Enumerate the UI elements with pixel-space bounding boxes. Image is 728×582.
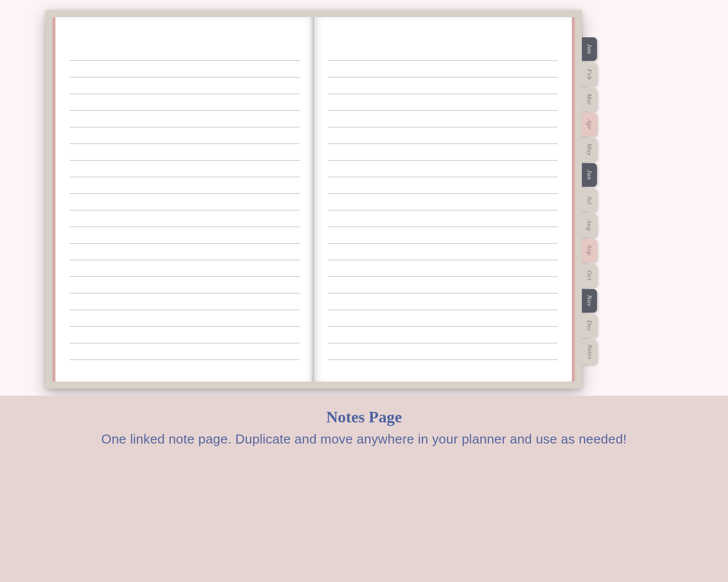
tab-label: Feb (585, 69, 593, 80)
planner-binding (52, 17, 575, 382)
caption-subtitle: One linked note page. Duplicate and move… (101, 431, 627, 447)
ruled-line (328, 294, 558, 310)
ruled-line (70, 44, 300, 61)
tab-feb[interactable]: Feb (582, 62, 597, 86)
ruled-line (70, 177, 300, 194)
ruled-line (328, 194, 558, 210)
ruled-line (328, 94, 558, 111)
ruled-line (328, 260, 558, 277)
ruled-line (70, 127, 300, 144)
ruled-line (328, 161, 558, 177)
ruled-line (70, 111, 300, 127)
tab-label: Oct (585, 270, 593, 280)
ruled-line (70, 227, 300, 244)
caption-panel: Notes Page One linked note page. Duplica… (0, 396, 728, 582)
tab-label: Jun (585, 170, 593, 180)
tab-may[interactable]: May (582, 138, 597, 162)
tab-label: Apr (585, 119, 593, 130)
tab-aug[interactable]: Aug (582, 213, 597, 237)
tab-jan[interactable]: Jan (582, 37, 597, 61)
month-tabs: JanFebMarAprMayJunJulAugSepOctNovDecNote… (582, 37, 597, 365)
tab-label: Dec (585, 320, 593, 331)
ruled-lines-left (70, 44, 300, 361)
tab-label: Mar (585, 94, 593, 106)
tab-label: Aug (585, 220, 593, 231)
ruled-line (328, 277, 558, 294)
tab-label: Nov (585, 295, 593, 306)
ruled-line (70, 327, 300, 343)
ruled-line (328, 210, 558, 227)
tab-label: Notes (586, 344, 593, 359)
notes-page-right[interactable] (314, 17, 572, 382)
ruled-line (70, 343, 300, 360)
ruled-line (70, 78, 300, 94)
tab-label: Sep (585, 245, 593, 255)
tab-label: May (585, 143, 593, 156)
tab-notes[interactable]: Notes (582, 339, 597, 365)
ruled-line (328, 78, 558, 94)
ruled-line (328, 244, 558, 260)
ruled-line (70, 210, 300, 227)
ruled-line (328, 310, 558, 327)
planner-pages (55, 17, 572, 382)
tab-apr[interactable]: Apr (582, 113, 597, 136)
ruled-lines-right (328, 44, 558, 361)
tab-label: Jan (585, 44, 593, 54)
ruled-line (70, 94, 300, 111)
caption-title: Notes Page (326, 408, 402, 426)
ruled-line (328, 327, 558, 343)
ruled-line (70, 310, 300, 327)
ruled-line (70, 277, 300, 294)
tab-label: Jul (585, 196, 593, 204)
ruled-line (70, 260, 300, 277)
ruled-line (328, 111, 558, 127)
ruled-line (328, 144, 558, 161)
ruled-line (328, 61, 558, 78)
tab-jul[interactable]: Jul (582, 188, 597, 212)
notes-page-left[interactable] (55, 17, 314, 382)
ruled-line (328, 127, 558, 144)
planner-frame (45, 10, 582, 389)
ruled-line (328, 44, 558, 61)
ruled-line (70, 161, 300, 177)
ruled-line (70, 144, 300, 161)
tab-jun[interactable]: Jun (582, 163, 597, 187)
ruled-line (328, 177, 558, 194)
ruled-line (70, 194, 300, 210)
ruled-line (328, 227, 558, 244)
tab-dec[interactable]: Dec (582, 314, 597, 338)
tab-sep[interactable]: Sep (582, 239, 597, 262)
ruled-line (328, 343, 558, 360)
ruled-line (70, 294, 300, 310)
tab-oct[interactable]: Oct (582, 264, 597, 287)
ruled-line (70, 244, 300, 260)
ruled-line (70, 61, 300, 78)
tab-nov[interactable]: Nov (582, 289, 597, 313)
tab-mar[interactable]: Mar (582, 88, 597, 111)
